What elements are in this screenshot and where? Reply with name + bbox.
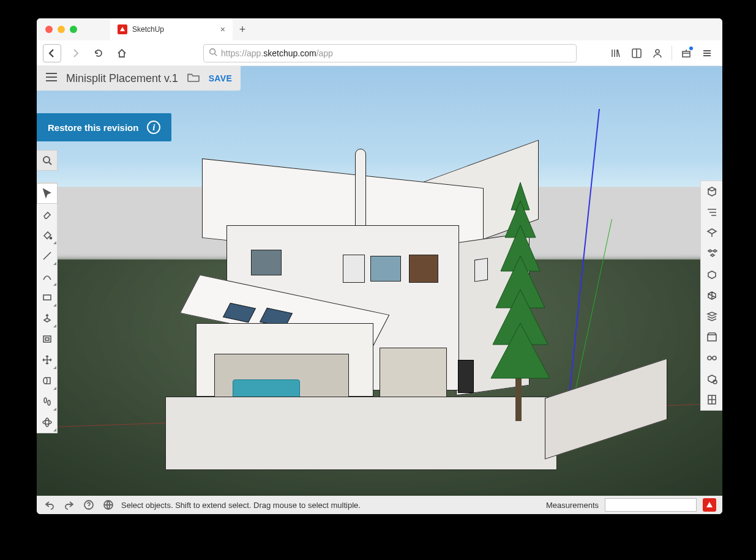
svg-point-22 [708,356,711,360]
svg-point-16 [43,378,47,384]
svg-point-20 [45,418,49,427]
svg-rect-4 [683,51,690,57]
entity-info-panel[interactable] [701,181,722,202]
restore-revision-label: Restore this revision [48,122,138,133]
layers-panel[interactable] [701,306,722,327]
app-header: Minisplit Placement v.1 SAVE [37,66,241,91]
measurements-input[interactable] [605,498,697,512]
browser-tab[interactable]: SketchUp × [110,18,233,40]
line-tool[interactable] [37,245,58,266]
house-model[interactable] [153,152,496,470]
app-menu-button[interactable] [698,44,716,62]
rectangle-tool[interactable] [37,287,58,308]
scenes-panel[interactable] [701,327,722,348]
status-hint: Select objects. Shift to extend select. … [121,501,361,510]
paint-bucket-tool[interactable] [37,225,58,245]
geo-location-button[interactable] [102,498,115,512]
sketchup-favicon [118,24,127,34]
library-button[interactable] [607,44,625,62]
document-title: Minisplit Placement v.1 [66,72,178,85]
3d-warehouse-panel[interactable] [701,389,722,410]
right-panel-toolbar [700,181,722,411]
svg-point-19 [43,420,51,424]
svg-point-3 [656,50,659,53]
browser-toolbar: https://app.sketchup.com/app [37,40,722,66]
home-button[interactable] [113,44,131,62]
svg-rect-21 [708,335,716,341]
search-icon [209,48,217,58]
move-tool[interactable] [37,349,58,370]
forward-button[interactable] [66,44,84,62]
restore-revision-button[interactable]: Restore this revision i [37,113,171,141]
reader-button[interactable] [627,44,646,62]
redo-button[interactable] [62,498,76,512]
svg-rect-13 [43,295,51,300]
materials-panel[interactable] [701,264,722,285]
components-panel[interactable] [701,244,722,264]
eraser-tool[interactable] [37,204,58,225]
account-button[interactable] [648,44,667,62]
close-tab-button[interactable]: × [220,24,225,34]
svg-point-23 [713,356,716,360]
notification-dot [689,47,693,50]
svg-rect-15 [45,338,49,340]
titlebar: SketchUp × + [37,18,722,40]
styles-panel[interactable] [701,285,722,306]
select-tool[interactable] [37,183,58,204]
minisplit-unit[interactable] [458,360,474,393]
search-tool-button[interactable] [37,150,58,171]
svg-point-0 [210,49,215,54]
open-folder-button[interactable] [187,72,200,85]
svg-point-17 [44,398,47,403]
tab-title: SketchUp [132,25,215,34]
maximize-window-button[interactable] [70,26,77,33]
back-button[interactable] [43,44,61,62]
push-pull-tool[interactable] [37,308,58,329]
browser-window: SketchUp × + https://app.sketchup.com/ap… [37,18,722,514]
help-button[interactable] [82,498,95,512]
reload-button[interactable] [89,44,108,62]
model-info-panel[interactable] [701,368,722,389]
svg-point-12 [50,237,52,239]
undo-button[interactable] [43,498,56,512]
address-bar[interactable]: https://app.sketchup.com/app [203,44,577,62]
window-controls [37,18,86,40]
main-menu-button[interactable] [45,72,58,84]
left-toolbar [37,182,58,433]
close-window-button[interactable] [45,26,53,33]
display-panel[interactable] [701,348,722,368]
status-bar: Select objects. Shift to extend select. … [37,496,722,514]
svg-point-11 [43,157,50,163]
outliner-panel[interactable] [701,202,722,223]
offset-tool[interactable] [37,329,58,349]
tape-measure-tool[interactable] [37,370,58,391]
instructor-panel[interactable] [701,223,722,244]
svg-point-18 [48,400,50,405]
sketchup-logo-button[interactable] [703,498,716,512]
arc-tool[interactable] [37,266,58,287]
svg-rect-14 [43,336,51,342]
save-button[interactable]: SAVE [209,73,232,83]
orbit-tool[interactable] [37,412,58,433]
whats-new-button[interactable] [677,44,695,62]
minimize-window-button[interactable] [58,26,65,33]
tree-component[interactable] [477,176,563,433]
url-text: https://app.sketchup.com/app [221,48,333,58]
measurements-label: Measurements [546,501,599,510]
new-tab-button[interactable]: + [233,18,252,40]
info-icon[interactable]: i [147,121,160,134]
walk-tool[interactable] [37,391,58,412]
